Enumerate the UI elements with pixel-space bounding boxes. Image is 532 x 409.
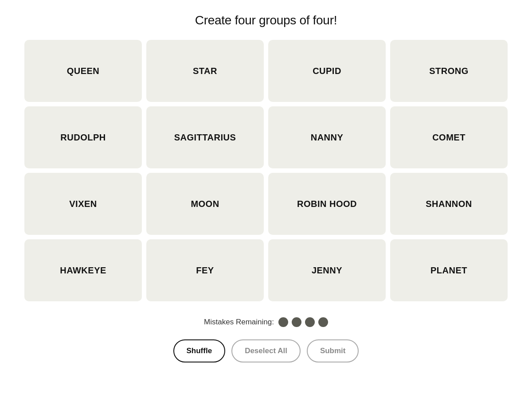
- tile-label-hawkeye: HAWKEYE: [55, 265, 112, 276]
- tile-sagittarius[interactable]: SAGITTARIUS: [146, 106, 264, 168]
- tile-rudolph[interactable]: RUDOLPH: [24, 106, 142, 168]
- tile-shannon[interactable]: SHANNON: [390, 173, 508, 235]
- tile-fey[interactable]: FEY: [146, 239, 264, 301]
- tile-queen[interactable]: QUEEN: [24, 40, 142, 102]
- tile-nanny[interactable]: NANNY: [268, 106, 386, 168]
- tile-cupid[interactable]: CUPID: [268, 40, 386, 102]
- submit-button[interactable]: Submit: [307, 339, 359, 362]
- tile-planet[interactable]: PLANET: [390, 239, 508, 301]
- tile-robin-hood[interactable]: ROBIN HOOD: [268, 173, 386, 235]
- tile-comet[interactable]: COMET: [390, 106, 508, 168]
- tile-label-planet: PLANET: [425, 265, 473, 276]
- tile-label-rudolph: RUDOLPH: [55, 132, 111, 143]
- tile-label-moon: MOON: [185, 199, 224, 209]
- tile-hawkeye[interactable]: HAWKEYE: [24, 239, 142, 301]
- tile-label-strong: STRONG: [424, 66, 474, 76]
- tile-label-vixen: VIXEN: [64, 199, 102, 209]
- buttons-row: Shuffle Deselect All Submit: [173, 339, 359, 362]
- tile-label-nanny: NANNY: [305, 132, 349, 143]
- tile-moon[interactable]: MOON: [146, 173, 264, 235]
- mistake-dot-2: [292, 317, 301, 327]
- mistake-dot-4: [318, 317, 328, 327]
- tile-star[interactable]: STAR: [146, 40, 264, 102]
- mistake-dot-3: [305, 317, 315, 327]
- tile-label-robin-hood: ROBIN HOOD: [292, 199, 362, 209]
- tile-strong[interactable]: STRONG: [390, 40, 508, 102]
- mistakes-label: Mistakes Remaining:: [204, 318, 274, 327]
- tile-label-sagittarius: SAGITTARIUS: [169, 132, 242, 143]
- tiles-grid: QUEENSTARCUPIDSTRONGRUDOLPHSAGITTARIUSNA…: [24, 40, 508, 301]
- mistake-dot-1: [278, 317, 288, 327]
- page-title: Create four groups of four!: [195, 13, 337, 27]
- tile-label-star: STAR: [188, 66, 223, 76]
- shuffle-button[interactable]: Shuffle: [173, 339, 226, 362]
- tile-label-cupid: CUPID: [307, 66, 347, 76]
- mistakes-row: Mistakes Remaining:: [204, 317, 328, 327]
- tile-label-shannon: SHANNON: [420, 199, 477, 209]
- tile-label-fey: FEY: [191, 265, 219, 276]
- tile-label-queen: QUEEN: [62, 66, 105, 76]
- mistakes-dots: [278, 317, 328, 327]
- tile-label-jenny: JENNY: [306, 265, 348, 276]
- tile-label-comet: COMET: [427, 132, 471, 143]
- tile-jenny[interactable]: JENNY: [268, 239, 386, 301]
- tile-vixen[interactable]: VIXEN: [24, 173, 142, 235]
- deselect-all-button[interactable]: Deselect All: [231, 339, 301, 362]
